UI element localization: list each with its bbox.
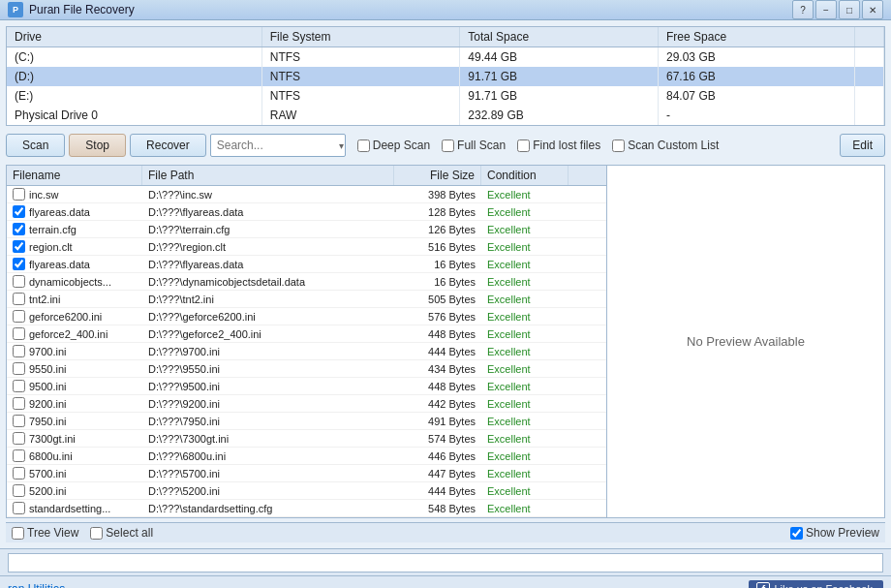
- file-name-cell: 5200.ini: [7, 482, 142, 499]
- file-row-checkbox[interactable]: [13, 188, 25, 201]
- file-row-checkbox[interactable]: [13, 432, 25, 445]
- file-row[interactable]: geforce6200.ini D:\???\geforce6200.ini 5…: [7, 308, 606, 325]
- file-path-cell: D:\???\terrain.cfg: [142, 222, 394, 237]
- file-list-body[interactable]: inc.sw D:\???\inc.sw 398 Bytes Excellent…: [7, 186, 606, 517]
- find-lost-checkbox-label[interactable]: Find lost files: [517, 139, 600, 152]
- file-row[interactable]: 9550.ini D:\???\9550.ini 434 Bytes Excel…: [7, 360, 606, 378]
- file-row-checkbox[interactable]: [13, 293, 25, 305]
- file-name-cell: flyareas.data: [7, 256, 142, 272]
- file-row[interactable]: standardsetting... D:\???\standardsettin…: [7, 500, 606, 517]
- filepath-col-header: File Path: [142, 166, 394, 185]
- file-row-checkbox[interactable]: [13, 397, 25, 410]
- file-row[interactable]: 9200.ini D:\???\9200.ini 442 Bytes Excel…: [7, 395, 606, 413]
- deep-scan-checkbox[interactable]: [357, 139, 370, 152]
- recover-button[interactable]: Recover: [130, 134, 206, 157]
- file-row[interactable]: 9700.ini D:\???\9700.ini 444 Bytes Excel…: [7, 343, 606, 360]
- file-row[interactable]: flyareas.data D:\???\flyareas.data 16 By…: [7, 256, 606, 273]
- file-row[interactable]: 6800u.ini D:\???\6800u.ini 446 Bytes Exc…: [7, 448, 606, 465]
- drive-cell: (D:): [7, 67, 261, 86]
- drive-row[interactable]: (D:) NTFS 91.71 GB 67.16 GB: [7, 67, 884, 86]
- file-row-checkbox[interactable]: [13, 380, 25, 392]
- file-row[interactable]: flyareas.data D:\???\flyareas.data 128 B…: [7, 203, 606, 221]
- file-row-checkbox[interactable]: [13, 502, 25, 514]
- file-size-cell: 448 Bytes: [394, 379, 481, 394]
- file-row-checkbox[interactable]: [13, 467, 25, 480]
- drive-cell: (E:): [7, 86, 261, 106]
- select-all-checkbox[interactable]: [90, 527, 103, 540]
- drive-row[interactable]: Physical Drive 0 RAW 232.89 GB -: [7, 106, 884, 125]
- file-row[interactable]: dynamicobjects... D:\???\dynamicobjectsd…: [7, 273, 606, 291]
- file-row-checkbox[interactable]: [13, 240, 25, 253]
- file-row-checkbox[interactable]: [13, 258, 25, 270]
- file-row-checkbox[interactable]: [13, 362, 25, 375]
- file-condition-cell: Excellent: [481, 239, 568, 255]
- file-size-cell: 491 Bytes: [394, 414, 481, 429]
- file-row-checkbox[interactable]: [13, 275, 25, 288]
- find-lost-checkbox[interactable]: [517, 139, 530, 152]
- file-name-cell: 7300gt.ini: [7, 430, 142, 447]
- free-cell: 29.03 GB: [659, 47, 855, 68]
- help-button[interactable]: ?: [792, 0, 814, 19]
- file-condition-cell: Excellent: [481, 379, 568, 394]
- file-row-checkbox[interactable]: [13, 327, 25, 340]
- file-name-cell: tnt2.ini: [7, 291, 142, 307]
- stop-button[interactable]: Stop: [69, 134, 126, 157]
- app-icon: P: [8, 2, 23, 17]
- file-path-cell: D:\???\flyareas.data: [142, 257, 394, 272]
- file-row-checkbox[interactable]: [13, 310, 25, 323]
- file-row[interactable]: terrain.cfg D:\???\terrain.cfg 126 Bytes…: [7, 221, 606, 238]
- close-button[interactable]: ✕: [862, 0, 883, 19]
- minimize-button[interactable]: −: [815, 0, 837, 19]
- maximize-button[interactable]: □: [839, 0, 860, 19]
- file-row[interactable]: inc.sw D:\???\inc.sw 398 Bytes Excellent: [7, 186, 606, 203]
- scan-button[interactable]: Scan: [6, 134, 65, 157]
- file-condition-cell: Excellent: [481, 466, 568, 481]
- file-row-checkbox[interactable]: [13, 415, 25, 427]
- file-row-checkbox[interactable]: [13, 223, 25, 235]
- file-row-checkbox[interactable]: [13, 484, 25, 497]
- scan-custom-checkbox-label[interactable]: Scan Custom List: [612, 139, 719, 152]
- file-table-header: Filename File Path File Size Condition: [7, 166, 606, 186]
- file-row[interactable]: 7300gt.ini D:\???\7300gt.ini 574 Bytes E…: [7, 430, 606, 448]
- file-row[interactable]: tnt2.ini D:\???\tnt2.ini 505 Bytes Excel…: [7, 291, 606, 308]
- file-row[interactable]: geforce2_400.ini D:\???\geforce2_400.ini…: [7, 325, 606, 343]
- total-cell: 232.89 GB: [460, 106, 659, 125]
- select-all-label[interactable]: Select all: [90, 526, 153, 540]
- file-name-text: 5200.ini: [29, 485, 67, 497]
- file-name-text: 9700.ini: [29, 346, 67, 357]
- file-row[interactable]: region.clt D:\???\region.clt 516 Bytes E…: [7, 238, 606, 256]
- search-input[interactable]: [210, 134, 346, 157]
- tree-view-label[interactable]: Tree View: [12, 526, 78, 540]
- file-condition-cell: Excellent: [481, 449, 568, 464]
- file-row[interactable]: 5200.ini D:\???\5200.ini 444 Bytes Excel…: [7, 482, 606, 500]
- status-input[interactable]: [8, 553, 883, 573]
- extra-cell: [855, 67, 884, 86]
- show-preview-item[interactable]: Show Preview: [790, 526, 879, 540]
- file-condition-cell: Excellent: [481, 274, 568, 290]
- tree-view-checkbox[interactable]: [12, 527, 24, 540]
- fs-cell: NTFS: [261, 47, 460, 68]
- file-row-checkbox[interactable]: [13, 345, 25, 357]
- file-row-checkbox[interactable]: [13, 449, 25, 462]
- file-row-checkbox[interactable]: [13, 205, 25, 218]
- file-condition-cell: Excellent: [481, 222, 568, 237]
- show-preview-checkbox[interactable]: [790, 527, 803, 540]
- facebook-button[interactable]: f Like us on Facebook.: [749, 580, 883, 589]
- full-scan-label: Full Scan: [457, 139, 506, 152]
- file-name-text: 9550.ini: [29, 363, 67, 375]
- deep-scan-checkbox-label[interactable]: Deep Scan: [357, 139, 430, 152]
- free-col-header: Free Space: [659, 27, 855, 47]
- scan-custom-checkbox[interactable]: [612, 139, 625, 152]
- edit-button[interactable]: Edit: [840, 134, 885, 157]
- full-scan-checkbox[interactable]: [442, 139, 454, 152]
- file-row[interactable]: 7950.ini D:\???\7950.ini 491 Bytes Excel…: [7, 413, 606, 430]
- footer-link[interactable]: ran Utilities: [8, 582, 65, 589]
- file-name-cell: 9550.ini: [7, 360, 142, 377]
- full-scan-checkbox-label[interactable]: Full Scan: [442, 139, 506, 152]
- file-row[interactable]: 5700.ini D:\???\5700.ini 447 Bytes Excel…: [7, 465, 606, 482]
- file-size-cell: 444 Bytes: [394, 483, 481, 499]
- search-dropdown-icon[interactable]: ▾: [339, 140, 344, 151]
- file-row[interactable]: 9500.ini D:\???\9500.ini 448 Bytes Excel…: [7, 378, 606, 395]
- drive-row[interactable]: (C:) NTFS 49.44 GB 29.03 GB: [7, 47, 884, 68]
- drive-row[interactable]: (E:) NTFS 91.71 GB 84.07 GB: [7, 86, 884, 106]
